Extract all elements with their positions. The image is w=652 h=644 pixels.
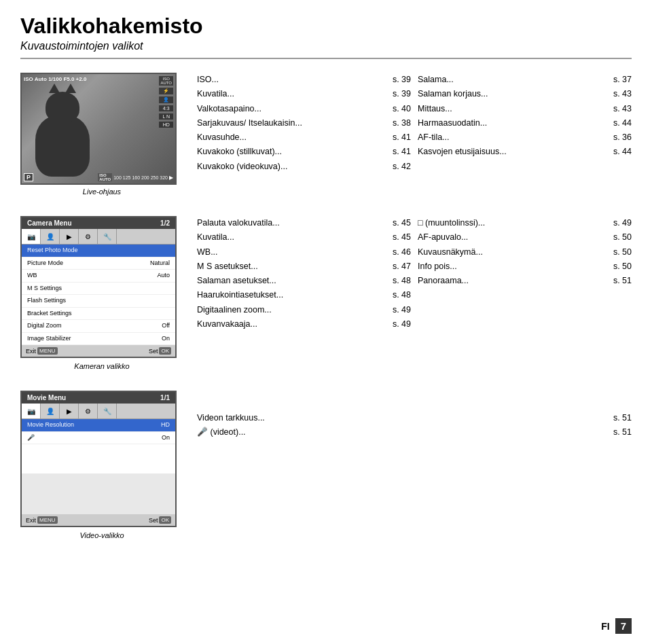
entry-name: M S asetukset...: [197, 260, 390, 274]
exit-label: Exit: [26, 348, 36, 355]
entry-name: Kuvatila...: [197, 87, 390, 101]
camera-menu-icon-bar: 📷 👤 ▶ ⚙ 🔧: [22, 229, 175, 245]
entry-line: Sarjakuvaus/ Itselaukaisin...s. 38: [197, 116, 411, 130]
menu-row-value: On: [162, 334, 170, 344]
entry-page: s. 47: [393, 260, 411, 274]
entry-line: Salama...s. 37: [418, 73, 632, 87]
menu-icon-play: ▶: [60, 229, 79, 244]
iso-info: ISO Auto 1/100 F5.0 +2.0: [24, 76, 86, 83]
entry-line: Kuvakoko (videokuva)...s. 42: [197, 160, 411, 174]
entry-line: Kuvausnäkymä...s. 50: [418, 245, 632, 260]
entry-name: Kasvojen etusijaisuus...: [418, 145, 611, 159]
menu-row[interactable]: Flash Settings: [22, 295, 175, 308]
menu-row[interactable]: Reset Photo Mode: [22, 245, 175, 257]
entry-name: AF-apuvalo...: [418, 230, 611, 245]
entry-page: s. 49: [613, 216, 632, 230]
video-menu-spacer: [22, 473, 175, 514]
entry-name: Kuvausnäkymä...: [418, 245, 611, 260]
iso-nums: 100 125 160 200 250 320: [113, 175, 168, 180]
entry-page: s. 36: [613, 130, 632, 145]
video-exit-label: Exit: [26, 517, 36, 524]
camera-menu-box: Camera Menu 1/2 📷 👤 ▶ ⚙ 🔧 Reset Photo Mo…: [20, 216, 177, 358]
entry-line: Kuvasuhde...s. 41: [197, 130, 411, 145]
page-subtitle: Kuvaustoimintojen valikot: [20, 40, 632, 59]
lang-badge: FI: [601, 621, 609, 632]
video-menu-icon-bar: 📷 👤 ▶ ⚙ 🔧: [22, 404, 175, 419]
entry-line: □ (muuntolinssi)...s. 49: [418, 216, 632, 230]
middle-left-entries: Palauta valokuvatila...s. 45Kuvatila...s…: [197, 216, 411, 370]
camera-overlay-bottom: P ISOAUTO 100 125 160 200 250 320 ▶: [24, 173, 173, 181]
entry-page: s. 40: [393, 102, 411, 116]
entry-line: AF-apuvalo...s. 50: [418, 230, 632, 245]
video-set-btn: Set OK: [149, 516, 171, 524]
entry-name: Sarjakuvaus/ Itselaukaisin...: [197, 116, 390, 130]
entry-name: Kuvakoko (stillkuvat)...: [197, 145, 390, 159]
icon-2: 👤: [159, 96, 173, 103]
entry-page: s. 43: [613, 102, 632, 116]
menu-row[interactable]: M S Settings: [22, 283, 175, 296]
entry-page: s. 48: [393, 274, 411, 288]
entry-line: M S asetukset...s. 47: [197, 260, 411, 274]
menu-row-label: Image Stabilizer: [27, 334, 71, 344]
camera-preview: ISO Auto 1/100 F5.0 +2.0 ISOAUTO ⚡ 👤 4:3…: [20, 73, 183, 196]
menu-row-label: Picture Mode: [27, 259, 63, 268]
video-row-value: HD: [161, 421, 170, 430]
entry-name: Kuvakoko (videokuva)...: [197, 160, 390, 174]
top-content: ISO...s. 39Kuvatila...s. 39Valkotasapain…: [197, 73, 632, 196]
entry-page: s. 51: [613, 411, 632, 425]
entry-page: s. 42: [393, 160, 411, 174]
menu-row[interactable]: Image StabilizerOn: [22, 333, 175, 346]
entry-line: Kuvatila...s. 45: [197, 230, 411, 245]
video-icon-gear: ⚙: [79, 404, 98, 418]
entry-name: □ (muuntolinssi)...: [418, 216, 611, 230]
entry-line: Videon tarkkuus...s. 51: [197, 411, 632, 425]
entry-line: Harmaasuodatin...s. 44: [418, 116, 632, 130]
ok-btn-badge: OK: [159, 347, 171, 355]
p-mode-badge: P: [24, 173, 33, 181]
menu-row[interactable]: Digital ZoomOff: [22, 320, 175, 333]
video-menu-row[interactable]: 🎤On: [22, 432, 175, 445]
page-footer: FI 7: [601, 618, 632, 634]
iso-row: ISOAUTO 100 125 160 200 250 320 ▶: [98, 173, 173, 181]
entry-name: Digitaalinen zoom...: [197, 303, 390, 317]
entry-line: 🎤 (videot)...s. 51: [197, 425, 632, 440]
entry-line: AF-tila...s. 36: [418, 130, 632, 145]
entry-name: Mittaus...: [418, 102, 611, 116]
icon-1: ⚡: [159, 88, 173, 94]
menu-row[interactable]: Bracket Settings: [22, 308, 175, 321]
menu-row-label: Digital Zoom: [27, 321, 62, 331]
entry-name: 🎤 (videot)...: [197, 425, 611, 440]
entry-line: Mittaus...s. 43: [418, 102, 632, 116]
video-menu-row[interactable]: Movie ResolutionHD: [22, 419, 175, 432]
bottom-section: Movie Menu 1/1 📷 👤 ▶ ⚙ 🔧 Movie Resolutio…: [20, 391, 632, 539]
entry-name: Palauta valokuvatila...: [197, 216, 390, 230]
menu-row[interactable]: Picture ModeNatural: [22, 257, 175, 270]
entry-page: s. 38: [393, 116, 411, 130]
page-number: 7: [615, 618, 632, 634]
menu-row-label: M S Settings: [27, 284, 62, 293]
entry-page: s. 39: [393, 73, 411, 87]
entry-name: WB...: [197, 245, 390, 260]
video-row-label: 🎤: [27, 433, 35, 443]
entry-line: Salaman asetukset...s. 48: [197, 274, 411, 288]
video-row-value: On: [162, 433, 170, 443]
entry-name: Haarukointiasetukset...: [197, 288, 390, 302]
entry-name: Videon tarkkuus...: [197, 411, 611, 425]
entry-name: Valkotasapaino...: [197, 102, 390, 116]
entry-page: s. 41: [393, 145, 411, 159]
entry-name: Salama...: [418, 73, 611, 87]
camera-menu-page: 1/2: [160, 219, 170, 227]
icon-4: L N: [159, 113, 173, 120]
entry-line: WB...s. 46: [197, 245, 411, 260]
entry-page: s. 49: [393, 317, 411, 332]
video-menu-title: Movie Menu: [27, 394, 66, 401]
entry-name: AF-tila...: [418, 130, 611, 145]
entry-page: s. 50: [613, 245, 632, 260]
entry-page: s. 45: [393, 230, 411, 245]
menu-row[interactable]: WBAuto: [22, 270, 175, 283]
entry-line: Digitaalinen zoom...s. 49: [197, 303, 411, 317]
entry-line: Haarukointiasetukset...s. 48: [197, 288, 411, 302]
entry-page: s. 41: [393, 130, 411, 145]
video-icon-person: 👤: [41, 404, 60, 418]
icon-hd: HD: [159, 122, 173, 128]
